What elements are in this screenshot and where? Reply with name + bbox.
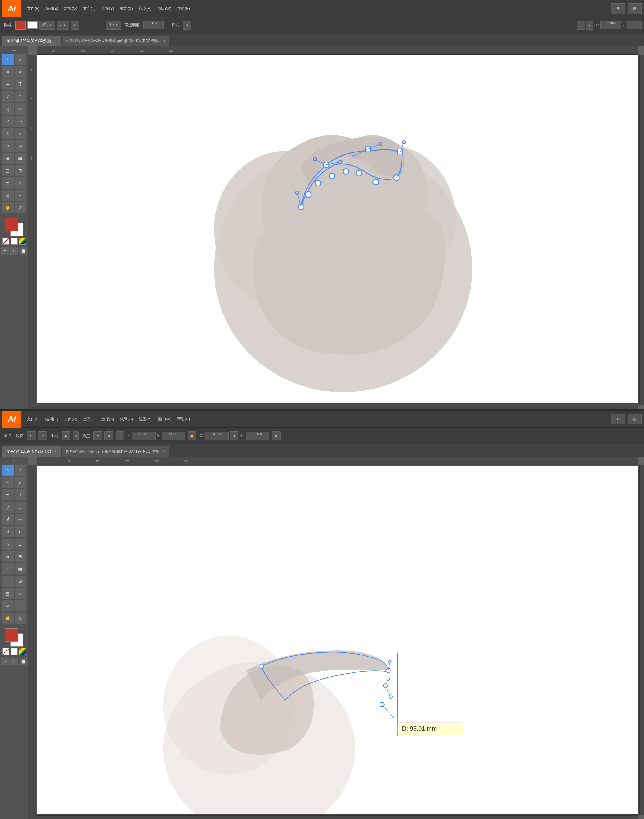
width-tool-btn[interactable]: ⊿ [14,128,26,140]
zoom-b[interactable]: ⊙ [14,612,26,624]
chart-tool-btn[interactable]: ▦ [14,152,26,164]
fill-swatch-tool[interactable] [5,218,18,231]
menu-help-bottom[interactable]: 帮助(H) [175,415,192,423]
perspective-b[interactable]: ◫ [2,575,14,587]
arrange-icon[interactable]: ⊞ [611,3,625,14]
scrollbar-h-bottom[interactable] [37,816,638,819]
rainbow-swatch[interactable] [19,238,26,244]
tab-close-apple-bottom[interactable]: ✕ [54,450,57,453]
menu-effect-bottom[interactable]: 效果(C) [118,415,135,423]
handle-btn1[interactable]: ◣ [61,431,71,440]
freetransform-b[interactable]: ⊞ [14,551,26,562]
white-swatch[interactable] [11,238,18,244]
brush-tool-btn[interactable]: 𝄞 [2,103,14,115]
stroke-weight-btn[interactable]: ▲ ▼ [57,21,69,30]
stroke-type-btn[interactable]: 描边 ▼ [39,21,55,30]
zoom-tool-btn[interactable]: ⊙ [14,202,26,214]
rect-b[interactable]: □ [14,501,26,513]
chart-b[interactable]: ▦ [14,563,26,575]
line-tool-btn[interactable]: ╱ [2,91,14,103]
y-input-bottom[interactable]: 55.739 [162,432,185,440]
type-b[interactable]: T [14,489,26,501]
handle-toggle-btn[interactable]: □ [73,431,79,440]
width-b[interactable]: ⊿ [14,538,26,550]
scale-b[interactable]: ⤡ [2,538,14,550]
brush-b[interactable]: 𝄞 [2,513,14,526]
style-btn[interactable]: ▼ [183,21,192,30]
flame-icon-btn[interactable]: 🔥 [187,431,196,440]
gradient-tool-btn[interactable]: ▤ [2,177,14,189]
scrollbar-h-top[interactable] [37,405,638,409]
measure-tool-btn[interactable]: ↔ [14,189,26,201]
fill-swatch-tool-b[interactable] [5,628,18,642]
shape-builder-tool-btn[interactable]: ⊕ [2,152,14,164]
pen-b[interactable]: ✒ [2,489,14,501]
bottom-panel-collapse[interactable]: «» [1,459,27,463]
menu-object-bottom[interactable]: 对象(O) [61,415,80,423]
extra-icon-bottom[interactable]: ⊞ [272,431,281,440]
w-btn[interactable]: ⊞ [577,21,585,30]
reset-colors-icon[interactable]: ↩ [10,247,18,255]
rect-tool-btn[interactable]: □ [14,91,26,103]
pencil-b[interactable]: ✏ [14,513,26,526]
none-swatch[interactable] [2,238,9,244]
lasso-tool-btn[interactable]: ⌀ [14,66,26,78]
tab-apple-bottom[interactable]: 苹果* @ 100% (CMYK/预览) ✕ [2,446,61,456]
x-input-bottom[interactable]: 214.371 [132,432,156,440]
convert-corner-btn[interactable]: ↖ [27,431,36,440]
menu-select-bottom[interactable]: 选择(S) [99,415,116,423]
pencil-tool-btn[interactable]: ✏ [14,103,26,115]
menu-type-top[interactable]: 文字(T) [81,5,98,12]
blend-b[interactable]: ∞ [14,588,26,599]
free-transform-tool-btn[interactable]: ⊞ [14,140,26,152]
tab-eps-top[interactable]: 红苹果与果汁包装设计矢量素材.eps* @ 80.41% (RGB/预览) ✕ [61,35,170,46]
panel-collapse-handle[interactable]: «» [1,49,27,52]
opacity-input[interactable]: 20% [143,21,164,29]
warp-b[interactable]: ≋ [2,551,14,562]
warp-tool-btn[interactable]: ≋ [2,140,14,152]
gradient-b[interactable]: ▤ [2,588,14,599]
perspective-tool-btn[interactable]: ◫ [2,165,14,177]
magic-wand-b[interactable]: ✳ [2,476,14,489]
eyedropper-b[interactable]: ⊘ [2,600,14,612]
stroke-swatch[interactable] [27,22,38,29]
eyedropper-tool-btn[interactable]: ⊘ [2,189,14,201]
select-tool-btn[interactable]: ↖ [2,54,14,66]
w-input-bottom[interactable]: 0 mm [205,432,228,440]
fill-swatch[interactable] [15,21,26,30]
direct-select-tool-btn[interactable]: ↗ [14,54,26,66]
none-swatch-b[interactable] [2,648,9,655]
scrollbar-v-bottom[interactable] [639,465,644,816]
line-b[interactable]: ╱ [2,501,14,513]
xyz-btn[interactable]: × [586,21,593,30]
type-tool-btn[interactable]: T [14,78,26,90]
select-tool-btn-b[interactable]: ↖ [2,464,14,476]
measure-b[interactable]: ↔ [14,600,26,612]
swap-colors-icon[interactable]: ⇄ [1,247,9,255]
lasso-b[interactable]: ⌀ [14,476,26,489]
menu-window-bottom[interactable]: 窗口(W) [155,415,173,423]
coord-icon-btn[interactable]: ⊕ [104,431,113,440]
menu-effect-top[interactable]: 效果(C) [118,5,135,12]
tab-apple-top[interactable]: 苹果* @ 100% (CMYK/预览) ✕ [2,35,61,46]
menu-edit-top[interactable]: 编辑(E) [43,5,60,12]
stroke-style-btn[interactable]: 基本 ▼ [106,21,121,30]
tab-close-eps-top[interactable]: ✕ [163,39,165,43]
tab-close-apple-top[interactable]: ✕ [54,39,57,43]
arrow-btn[interactable]: → [116,431,124,440]
menu-file-bottom[interactable]: 文件(F) [25,415,42,423]
x-coord-input[interactable]: 67.387 [600,21,621,29]
arrange-icon-bottom[interactable]: ⊞ [611,414,625,424]
reset-colors-icon-b[interactable]: ↩ [10,658,18,666]
stroke-select-btn[interactable]: ▼ [71,21,79,30]
swap-colors-icon-b[interactable]: ⇄ [1,658,9,666]
reflect-tool-btn[interactable]: ⇔ [14,115,26,127]
blend-tool-btn[interactable]: ∞ [14,177,26,189]
shapebuilder-b[interactable]: ⊕ [2,563,14,575]
screen-mode-icon[interactable]: ⬜ [19,247,28,255]
tab-eps-bottom[interactable]: 红苹果与果汁包装设计矢量素材.eps* @ 80.41% (RGB/预览) ✕ [61,446,170,456]
tab-close-eps-bottom[interactable]: ✕ [163,450,165,453]
rotate-b[interactable]: ↺ [2,526,14,538]
layout-icon[interactable]: ▤ [627,3,642,14]
white-swatch-b[interactable] [11,648,18,655]
